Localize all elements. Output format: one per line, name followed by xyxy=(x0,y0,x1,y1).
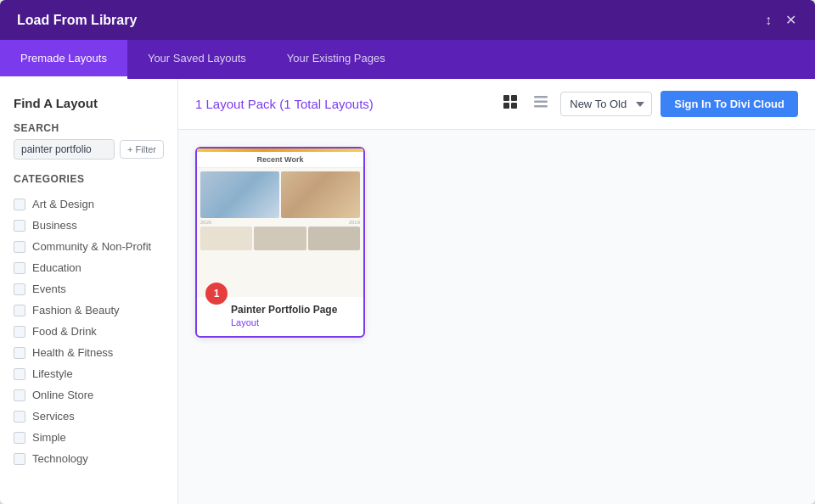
preview-bottom-row xyxy=(197,227,363,254)
categories-list: Art & Design Business Community & Non-Pr… xyxy=(14,193,164,469)
category-item-simple[interactable]: Simple xyxy=(14,427,164,448)
category-item-technology[interactable]: Technology xyxy=(14,448,164,469)
tab-premade-layouts[interactable]: Premade Layouts xyxy=(0,40,127,79)
category-item-fashion[interactable]: Fashion & Beauty xyxy=(14,300,164,321)
card-badge: 1 xyxy=(205,283,228,305)
close-icon: ✕ xyxy=(785,13,796,27)
category-label-education: Education xyxy=(32,261,82,274)
svg-rect-4 xyxy=(534,96,548,98)
sort-toggle-button[interactable]: ↕ xyxy=(763,11,773,30)
sidebar: Find A Layout Search painter portfolio +… xyxy=(0,79,178,504)
category-checkbox-education[interactable] xyxy=(14,262,25,274)
main-content: Find A Layout Search painter portfolio +… xyxy=(0,79,815,504)
category-item-health[interactable]: Health & Fitness xyxy=(14,342,164,363)
svg-rect-6 xyxy=(534,105,548,108)
sort-icon: ↕ xyxy=(765,13,772,27)
category-label-fashion: Fashion & Beauty xyxy=(32,304,120,316)
category-item-business[interactable]: Business xyxy=(14,215,164,236)
category-label-services: Services xyxy=(32,410,75,423)
category-checkbox-community[interactable] xyxy=(14,241,25,253)
category-item-food[interactable]: Food & Drink xyxy=(14,321,164,342)
category-checkbox-technology[interactable] xyxy=(14,453,25,465)
preview-image-1 xyxy=(200,171,279,218)
card-name: Painter Portfolio Page xyxy=(231,304,355,316)
tab-saved-layouts[interactable]: Your Saved Layouts xyxy=(127,40,267,79)
preview-images-row xyxy=(197,168,363,220)
category-checkbox-business[interactable] xyxy=(14,220,25,232)
search-tag[interactable]: painter portfolio xyxy=(14,139,115,160)
tab-existing-pages[interactable]: Your Existing Pages xyxy=(267,40,406,79)
category-checkbox-art-design[interactable] xyxy=(14,199,25,210)
preview-thumb-3 xyxy=(308,227,360,250)
category-item-education[interactable]: Education xyxy=(14,257,164,278)
category-label-technology: Technology xyxy=(32,452,88,465)
content-grid: Recent Work 2020 2019 xyxy=(178,130,815,504)
preview-thumb-2 xyxy=(254,227,306,250)
list-icon xyxy=(533,94,548,109)
category-item-online-store[interactable]: Online Store xyxy=(14,384,164,406)
category-item-lifestyle[interactable]: Lifestyle xyxy=(14,363,164,384)
accent-bar xyxy=(197,148,363,152)
category-checkbox-food[interactable] xyxy=(14,326,25,338)
filter-button[interactable]: + Filter xyxy=(120,140,164,159)
sidebar-title: Find A Layout xyxy=(14,96,164,110)
category-checkbox-simple[interactable] xyxy=(14,432,25,444)
card-preview: Recent Work 2020 2019 xyxy=(197,148,363,297)
category-checkbox-events[interactable] xyxy=(14,283,25,295)
category-checkbox-fashion[interactable] xyxy=(14,305,25,316)
grid-icon xyxy=(503,94,518,109)
category-label-business: Business xyxy=(32,219,77,232)
sort-select[interactable]: New To Old Old To New A to Z Z to A xyxy=(560,92,652,116)
svg-rect-3 xyxy=(511,103,517,109)
category-label-lifestyle: Lifestyle xyxy=(32,367,73,380)
category-label-food: Food & Drink xyxy=(32,325,97,338)
grid-view-button[interactable] xyxy=(499,91,521,117)
category-label-events: Events xyxy=(32,283,66,295)
modal-title: Load From Library xyxy=(17,13,137,28)
category-checkbox-services[interactable] xyxy=(14,411,25,423)
content-area: 1 Layout Pack (1 Total Layouts) xyxy=(178,79,815,504)
list-view-button[interactable] xyxy=(530,91,552,117)
category-item-community[interactable]: Community & Non-Profit xyxy=(14,236,164,257)
preview-image-2 xyxy=(281,171,360,218)
toolbar-right: New To Old Old To New A to Z Z to A Sign… xyxy=(499,91,798,117)
content-toolbar: 1 Layout Pack (1 Total Layouts) xyxy=(178,79,815,130)
category-label-art-design: Art & Design xyxy=(32,198,94,210)
search-label: Search xyxy=(14,122,164,134)
category-checkbox-health[interactable] xyxy=(14,347,25,359)
category-checkbox-lifestyle[interactable] xyxy=(14,368,25,380)
load-from-library-modal: Load From Library ↕ ✕ Premade Layouts Yo… xyxy=(0,0,815,504)
category-label-community: Community & Non-Profit xyxy=(32,240,151,253)
category-checkbox-online-store[interactable] xyxy=(14,389,25,401)
category-item-services[interactable]: Services xyxy=(14,406,164,427)
svg-rect-0 xyxy=(503,95,509,101)
svg-rect-5 xyxy=(534,101,548,104)
preview-thumb-1 xyxy=(200,227,252,250)
category-item-events[interactable]: Events xyxy=(14,278,164,300)
tabs-bar: Premade Layouts Your Saved Layouts Your … xyxy=(0,40,815,79)
close-button[interactable]: ✕ xyxy=(784,10,798,30)
preview-year-row: 2020 2019 xyxy=(197,220,363,225)
layout-count: 1 Layout Pack (1 Total Layouts) xyxy=(195,97,374,111)
category-label-online-store: Online Store xyxy=(32,389,93,401)
search-row: painter portfolio + Filter xyxy=(14,139,164,160)
category-label-simple: Simple xyxy=(32,431,66,444)
sign-in-button[interactable]: Sign In To Divi Cloud xyxy=(660,91,798,117)
category-label-health: Health & Fitness xyxy=(32,346,113,359)
category-item-art-design[interactable]: Art & Design xyxy=(14,193,164,215)
layout-card[interactable]: Recent Work 2020 2019 xyxy=(195,147,365,338)
card-type: Layout xyxy=(231,317,355,328)
svg-rect-1 xyxy=(511,95,517,101)
svg-rect-2 xyxy=(503,103,509,109)
modal-header: Load From Library ↕ ✕ xyxy=(0,0,815,40)
header-actions: ↕ ✕ xyxy=(763,10,798,30)
categories-title: Categories xyxy=(14,173,164,185)
